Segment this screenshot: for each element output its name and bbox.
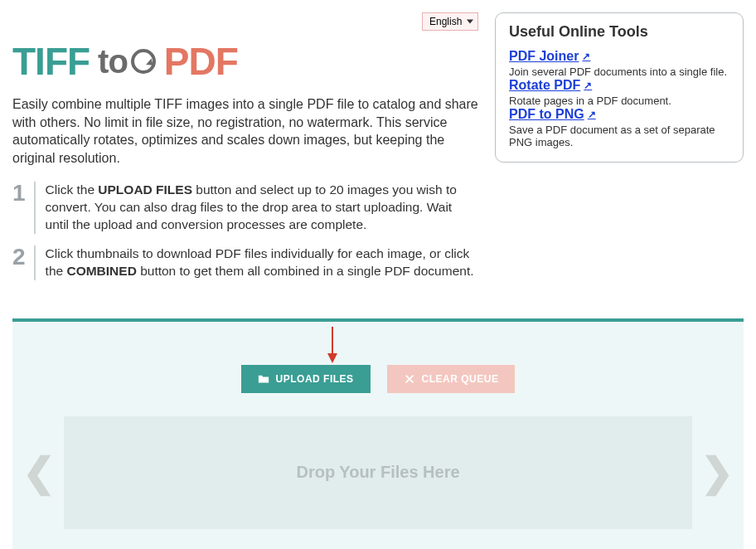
svg-marker-1	[327, 353, 337, 363]
step-1-number: 1	[12, 182, 36, 234]
convert-icon	[131, 49, 156, 74]
carousel-prev-button[interactable]: ❮	[22, 453, 56, 493]
tool-desc: Save a PDF document as a set of separate…	[509, 124, 729, 148]
tool-desc: Rotate pages in a PDF document.	[509, 95, 729, 107]
pointer-arrow-icon	[327, 325, 338, 363]
language-select[interactable]: English	[422, 12, 478, 31]
step-1-text: Click the UPLOAD FILES button and select…	[46, 182, 478, 234]
logo-tiff: TIFF	[12, 39, 90, 84]
folder-icon	[258, 373, 269, 385]
site-logo: TIFF to PDF	[12, 39, 478, 84]
clear-queue-button[interactable]: CLEAR QUEUE	[387, 365, 516, 393]
tool-link-pdf-joiner[interactable]: PDF Joiner↗	[509, 49, 590, 64]
close-icon	[404, 373, 415, 385]
tool-desc: Join several PDF documents into a single…	[509, 66, 729, 78]
intro-text: Easily combine multiple TIFF images into…	[12, 95, 478, 167]
external-icon: ↗	[584, 80, 592, 91]
step-2-number: 2	[12, 245, 36, 280]
sidebar-title: Useful Online Tools	[509, 23, 729, 41]
step-2-text: Click thumbnails to download PDF files i…	[46, 245, 478, 280]
drop-zone-label: Drop Your Files Here	[296, 463, 459, 482]
tool-link-pdf-to-png[interactable]: PDF to PNG↗	[509, 107, 596, 122]
logo-pdf: PDF	[164, 39, 238, 84]
carousel-next-button[interactable]: ❯	[700, 453, 734, 493]
upload-area: UPLOAD FILES CLEAR QUEUE ❮ Drop Your Fil…	[12, 318, 744, 549]
file-drop-zone[interactable]: Drop Your Files Here	[64, 416, 692, 529]
external-icon: ↗	[588, 109, 596, 120]
upload-files-button[interactable]: UPLOAD FILES	[241, 365, 371, 393]
logo-to: to	[98, 43, 156, 80]
external-icon: ↗	[582, 51, 590, 62]
useful-tools-panel: Useful Online Tools PDF Joiner↗ Join sev…	[495, 12, 744, 163]
tool-link-rotate-pdf[interactable]: Rotate PDF↗	[509, 78, 592, 93]
